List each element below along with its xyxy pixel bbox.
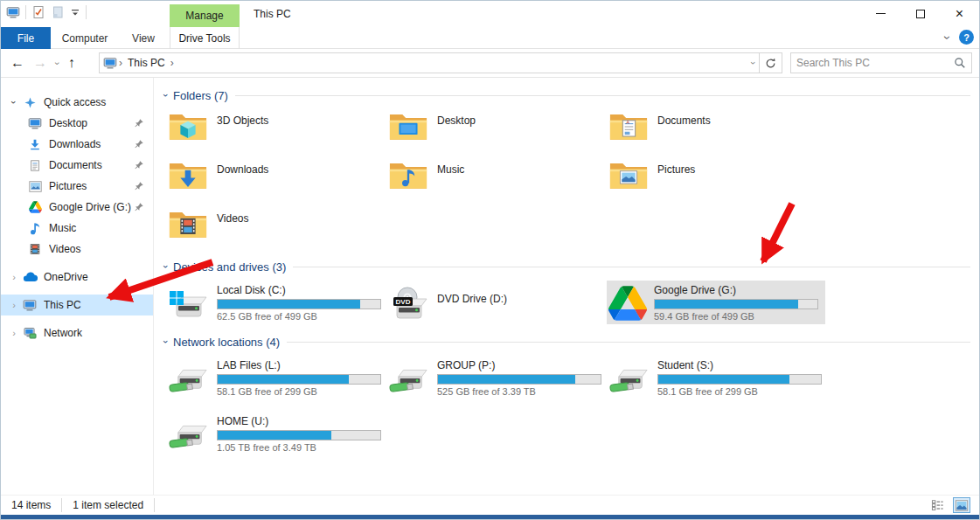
sidebar-item-google-drive[interactable]: Google Drive (G:)	[1, 197, 153, 218]
folder-tile-desktop[interactable]: Desktop	[386, 104, 605, 153]
sidebar-item-videos[interactable]: Videos	[1, 239, 153, 260]
back-button[interactable]: ←	[8, 56, 27, 70]
refresh-button[interactable]	[760, 52, 782, 73]
pin-icon	[134, 139, 144, 149]
videos-icon	[27, 242, 43, 256]
collapse-ribbon-icon[interactable]: ›	[942, 35, 956, 39]
chevron-collapsed-icon[interactable]: ›	[6, 272, 22, 282]
capacity-bar	[654, 299, 818, 309]
sidebar-item-downloads[interactable]: Downloads	[1, 134, 153, 155]
folder-tile-downloads[interactable]: Downloads	[166, 153, 385, 202]
dvd-drive-icon: DVD	[388, 286, 430, 322]
folder-tile-documents[interactable]: A Documents	[607, 104, 825, 153]
section-divider	[287, 342, 970, 343]
recent-locations-icon[interactable]: ›	[52, 59, 62, 67]
folder-tile-videos[interactable]: Videos	[166, 202, 385, 251]
folder-tile-music[interactable]: Music	[386, 153, 605, 202]
network-drive-tile-group-p[interactable]: GROUP (P:) 525 GB free of 3.39 TB	[386, 356, 605, 399]
search-box[interactable]	[790, 52, 972, 73]
section-header-network: › Network locations (4)	[159, 333, 970, 350]
properties-icon[interactable]	[31, 5, 45, 19]
search-icon[interactable]	[954, 57, 966, 69]
breadcrumb-chevron-icon[interactable]: ›	[117, 57, 124, 69]
network-icon	[22, 326, 38, 340]
network-drive-icon	[168, 417, 210, 454]
tab-drive-tools[interactable]: Drive Tools	[170, 27, 240, 49]
details-view-icon	[931, 499, 944, 511]
sidebar-item-this-pc[interactable]: › This PC	[1, 295, 153, 315]
search-input[interactable]	[791, 57, 954, 69]
breadcrumb-this-pc[interactable]: This PC	[124, 57, 169, 69]
music-icon	[27, 221, 43, 235]
new-folder-icon[interactable]	[51, 5, 65, 19]
navigation-pane: › Quick access Desktop Downloads Do	[1, 78, 154, 495]
minimize-icon	[876, 13, 886, 14]
section-divider	[235, 95, 970, 96]
sidebar-item-onedrive[interactable]: › OneDrive	[1, 267, 153, 288]
up-button[interactable]: ↑	[66, 56, 78, 70]
pin-icon	[134, 202, 144, 212]
onedrive-cloud-icon	[22, 270, 38, 284]
desktop-icon	[27, 116, 43, 130]
chevron-collapsed-icon[interactable]: ›	[6, 300, 22, 310]
capacity-bar	[217, 374, 381, 385]
refresh-icon	[764, 57, 777, 70]
close-icon: ×	[956, 7, 963, 21]
section-header-folders: › Folders (7)	[159, 87, 970, 104]
network-drive-tile-student-s[interactable]: Student (S:) 58.1 GB free of 299 GB	[607, 356, 825, 399]
drive-tile-google-drive-g[interactable]: Google Drive (G:) 59.4 GB free of 499 GB	[607, 281, 825, 324]
network-drive-icon	[608, 361, 650, 398]
drive-tile-dvd-d[interactable]: DVD DVD Drive (D:)	[386, 281, 605, 324]
3d-objects-folder-icon	[168, 107, 208, 145]
window-title: This PC	[254, 8, 291, 20]
address-bar[interactable]: › This PC › ›	[99, 52, 760, 73]
maximize-button[interactable]	[900, 1, 940, 26]
explorer-window: Manage This PC × File Computer View Driv…	[0, 0, 980, 520]
pictures-folder-icon	[608, 156, 649, 194]
folder-tile-3d-objects[interactable]: 3D Objects	[166, 104, 385, 153]
contextual-tab-group-manage: Manage	[170, 4, 240, 27]
sidebar-item-quick-access[interactable]: › Quick access	[1, 92, 153, 113]
quick-access-toolbar	[6, 5, 87, 19]
this-pc-icon	[103, 56, 117, 70]
chevron-collapsed-icon[interactable]: ›	[6, 328, 22, 338]
documents-icon	[27, 158, 43, 172]
section-collapse-icon[interactable]: ›	[161, 260, 171, 274]
drive-tile-local-disk-c[interactable]: Local Disk (C:) 62.5 GB free of 499 GB	[166, 281, 385, 324]
minimize-button[interactable]	[861, 1, 900, 26]
chevron-expanded-icon[interactable]: ›	[9, 94, 19, 110]
sidebar-item-documents[interactable]: Documents	[1, 155, 153, 176]
documents-folder-icon: A	[608, 107, 649, 145]
tab-file[interactable]: File	[1, 27, 51, 49]
breadcrumb-chevron-icon[interactable]: ›	[169, 57, 176, 69]
capacity-bar	[217, 430, 381, 440]
forward-button[interactable]: →	[31, 56, 50, 70]
sidebar-item-pictures[interactable]: Pictures	[1, 176, 153, 197]
tab-view[interactable]: View	[119, 27, 168, 49]
network-drive-tile-lab-files-l[interactable]: LAB Files (L:) 58.1 GB free of 299 GB	[166, 356, 385, 399]
close-button[interactable]: ×	[940, 1, 979, 26]
this-pc-icon	[22, 298, 38, 312]
drives-grid: Local Disk (C:) 62.5 GB free of 499 GB D…	[166, 275, 979, 324]
network-drive-tile-home-u[interactable]: HOME (U:) 1.05 TB free of 3.49 TB	[166, 412, 385, 455]
sidebar-item-desktop[interactable]: Desktop	[1, 113, 153, 134]
customize-toolbar-icon[interactable]	[70, 6, 80, 18]
large-icons-view-button[interactable]	[953, 497, 970, 513]
music-folder-icon	[388, 156, 428, 194]
quick-access-star-icon	[22, 95, 38, 109]
address-dropdown-icon[interactable]: ›	[748, 61, 759, 65]
sidebar-item-music[interactable]: Music	[1, 218, 153, 239]
downloads-folder-icon	[168, 156, 208, 194]
section-collapse-icon[interactable]: ›	[161, 335, 171, 349]
details-view-button[interactable]	[928, 497, 946, 513]
help-button[interactable]: ?	[959, 30, 974, 45]
tab-computer[interactable]: Computer	[51, 27, 119, 49]
section-collapse-icon[interactable]: ›	[161, 88, 171, 102]
folder-tile-pictures[interactable]: Pictures	[607, 153, 825, 202]
network-drive-icon	[168, 361, 210, 398]
desktop-folder-icon	[388, 107, 428, 145]
google-drive-icon	[27, 200, 43, 214]
status-separator	[154, 498, 155, 512]
sidebar-item-network[interactable]: › Network	[1, 322, 153, 343]
large-icons-view-icon	[955, 500, 969, 511]
